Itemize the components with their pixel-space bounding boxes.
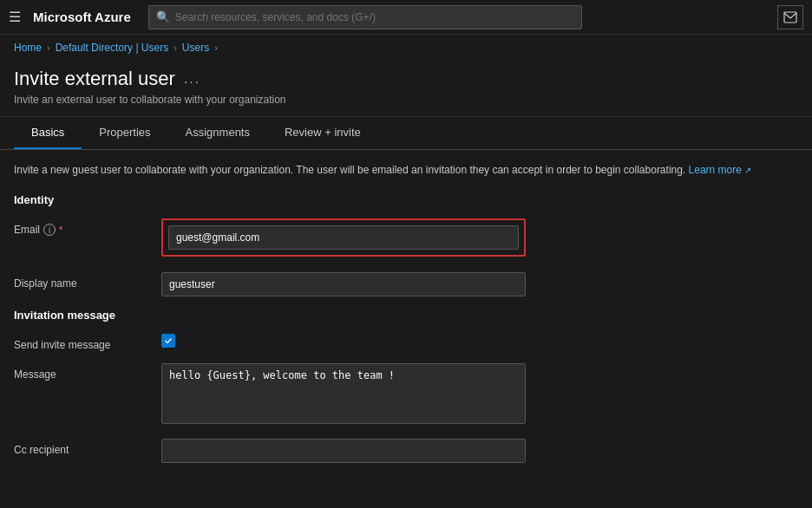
send-invite-checkbox-wrap [161, 334, 175, 348]
email-required-star: * [59, 225, 62, 235]
mail-icon [783, 11, 797, 23]
breadcrumb-directory-users[interactable]: Default Directory | Users [56, 42, 168, 54]
email-info-icon[interactable]: i [43, 224, 56, 236]
breadcrumb-sep-1: › [47, 42, 50, 53]
brand-name: Microsoft Azure [33, 10, 131, 24]
svg-rect-0 [784, 12, 796, 23]
message-textarea[interactable]: hello {Guest}, welcome to the team ! [161, 363, 526, 424]
email-input[interactable] [168, 225, 519, 250]
page-subtitle: Invite an external user to collaborate w… [14, 94, 798, 106]
breadcrumb-sep-3: › [214, 42, 218, 53]
checkmark-icon [164, 336, 173, 345]
cc-form-group: Cc recipient [14, 439, 798, 463]
email-label: Email i * [14, 218, 153, 236]
search-icon: 🔍 [156, 10, 170, 23]
invitation-section-title: Invitation message [14, 309, 798, 322]
tab-properties[interactable]: Properties [82, 117, 167, 149]
topbar: ☰ Microsoft Azure 🔍 [0, 0, 812, 35]
display-name-input[interactable] [161, 272, 526, 296]
send-invite-checkbox[interactable] [161, 334, 175, 348]
cc-input[interactable] [161, 439, 526, 463]
display-name-form-group: Display name [14, 272, 798, 296]
learn-more-link[interactable]: Learn more [689, 164, 742, 176]
topbar-right [777, 5, 803, 29]
message-label: Message [14, 363, 153, 381]
tab-review-invite[interactable]: Review + invite [267, 117, 378, 149]
display-name-input-wrap [161, 272, 526, 296]
tab-assignments[interactable]: Assignments [168, 117, 267, 149]
hamburger-icon[interactable]: ☰ [9, 9, 21, 25]
tabs-bar: Basics Properties Assignments Review + i… [0, 117, 812, 150]
message-form-group: Message hello {Guest}, welcome to the te… [14, 363, 798, 427]
breadcrumb: Home › Default Directory | Users › Users… [0, 35, 812, 61]
breadcrumb-users[interactable]: Users [182, 42, 209, 54]
search-input[interactable] [175, 11, 574, 23]
display-name-label: Display name [14, 272, 153, 290]
info-text: Invite a new guest user to collaborate w… [14, 162, 798, 178]
page-title: Invite external user [14, 68, 175, 90]
email-form-group: Email i * [14, 218, 798, 260]
search-bar[interactable]: 🔍 [148, 5, 582, 29]
external-link-icon: ↗ [744, 166, 751, 175]
tab-basics[interactable]: Basics [14, 117, 82, 149]
mail-icon-button[interactable] [777, 5, 803, 29]
breadcrumb-home[interactable]: Home [14, 42, 42, 54]
cc-input-wrap [161, 439, 526, 463]
page-header: Invite external user ... Invite an exter… [0, 61, 812, 117]
identity-section-title: Identity [14, 193, 798, 206]
message-input-wrap: hello {Guest}, welcome to the team ! [161, 363, 526, 427]
cc-label: Cc recipient [14, 439, 153, 456]
email-input-wrap [161, 218, 526, 260]
more-options-icon[interactable]: ... [184, 71, 200, 87]
send-invite-form-group: Send invite message [14, 334, 798, 351]
email-outline [161, 218, 526, 257]
send-invite-label: Send invite message [14, 334, 153, 351]
breadcrumb-sep-2: › [174, 42, 177, 53]
main-content: Invite a new guest user to collaborate w… [0, 150, 812, 486]
